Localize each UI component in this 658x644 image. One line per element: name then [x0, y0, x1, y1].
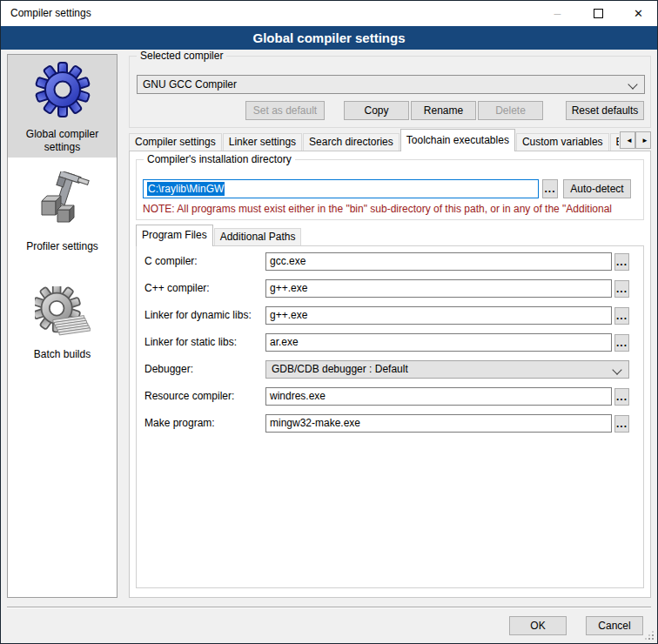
tab-additional-paths[interactable]: Additional Paths [214, 228, 302, 246]
copy-button[interactable]: Copy [344, 101, 409, 120]
resource-compiler-browse-button[interactable]: ... [614, 388, 629, 406]
sidebar-item-batch-builds[interactable]: Batch builds [8, 286, 117, 361]
resize-grip[interactable] [652, 638, 654, 640]
tab-build-options[interactable]: Build options [610, 133, 619, 151]
installation-note: NOTE: All programs must exist either in … [143, 203, 641, 215]
make-program-browse-button[interactable]: ... [614, 415, 629, 433]
make-program-label: Make program: [144, 414, 215, 433]
cpp-compiler-browse-button[interactable]: ... [614, 280, 629, 298]
program-files-panel: C compiler: gcc.exe ... C++ compiler: g+… [136, 245, 644, 588]
caliper-icon [35, 171, 91, 227]
linker-dynamic-input[interactable]: g++.exe [265, 306, 612, 325]
tab-custom-variables[interactable]: Custom variables [516, 133, 609, 151]
c-compiler-label: C compiler: [144, 252, 198, 271]
toolchain-executables-page: Compiler's installation directory C:\ray… [129, 151, 651, 598]
installation-directory-browse-button[interactable]: ... [542, 179, 558, 198]
tab-linker-settings[interactable]: Linker settings [223, 133, 302, 151]
selected-compiler-group: Selected compiler GNU GCC Compiler Set a… [129, 56, 651, 128]
sidebar-item-label: Batch builds [14, 348, 111, 361]
debugger-select[interactable]: GDB/CDB debugger : Default [265, 360, 629, 379]
titlebar[interactable]: Compiler settings – ✕ [1, 1, 657, 26]
installation-directory-input[interactable]: C:\raylib\MinGW [143, 179, 539, 198]
tab-program-files[interactable]: Program Files [136, 225, 213, 246]
installation-directory-group-title: Compiler's installation directory [144, 153, 295, 165]
set-as-default-button[interactable]: Set as default [245, 101, 325, 120]
footer-divider [7, 607, 651, 608]
debugger-value: GDB/CDB debugger : Default [272, 363, 408, 375]
c-compiler-input[interactable]: gcc.exe [265, 252, 612, 271]
linker-static-browse-button[interactable]: ... [614, 334, 629, 352]
cpp-compiler-label: C++ compiler: [144, 279, 210, 298]
ok-button[interactable]: OK [509, 616, 567, 635]
gray-gear-stack-icon [35, 286, 91, 342]
window-title: Compiler settings [10, 1, 91, 26]
compiler-select[interactable]: GNU GCC Compiler [137, 75, 645, 94]
tab-scroll-left-button[interactable]: ◄ [620, 131, 635, 149]
installation-directory-group: Compiler's installation directory C:\ray… [136, 159, 644, 220]
installation-directory-value: C:\raylib\MinGW [147, 182, 225, 196]
sidebar-item-label: Global compiler settings [14, 128, 111, 154]
minimize-icon: – [554, 6, 561, 20]
cpp-compiler-input[interactable]: g++.exe [265, 279, 612, 298]
cpp-compiler-value: g++.exe [270, 282, 307, 294]
arrow-right-icon: ► [641, 137, 648, 144]
linker-static-input[interactable]: ar.exe [265, 333, 612, 352]
program-tabstrip: Program Files Additional Paths [136, 225, 644, 246]
compiler-settings-dialog: Compiler settings – ✕ Global compiler se… [0, 0, 658, 644]
tab-search-directories[interactable]: Search directories [303, 133, 400, 151]
compiler-select-value: GNU GCC Compiler [143, 78, 237, 91]
sidebar-item-profiler-settings[interactable]: Profiler settings [8, 171, 117, 253]
resource-compiler-input[interactable]: windres.exe [265, 387, 612, 406]
page-title: Global compiler settings [1, 26, 657, 50]
c-compiler-browse-button[interactable]: ... [614, 253, 629, 271]
settings-tabstrip: Compiler settings Linker settings Search… [129, 129, 619, 151]
make-program-value: mingw32-make.exe [270, 417, 360, 429]
linker-dynamic-label: Linker for dynamic libs: [144, 306, 252, 325]
tab-compiler-settings[interactable]: Compiler settings [129, 133, 222, 151]
maximize-icon [594, 9, 603, 18]
reset-defaults-button[interactable]: Reset defaults [566, 101, 644, 120]
resource-compiler-value: windres.exe [270, 390, 326, 402]
c-compiler-value: gcc.exe [270, 255, 306, 267]
linker-dynamic-browse-button[interactable]: ... [614, 307, 629, 325]
auto-detect-button[interactable]: Auto-detect [563, 179, 631, 198]
resource-compiler-label: Resource compiler: [144, 387, 234, 406]
chevron-down-icon [628, 79, 637, 89]
close-icon: ✕ [634, 7, 643, 20]
selected-compiler-group-title: Selected compiler [137, 50, 226, 62]
linker-dynamic-value: g++.exe [270, 309, 307, 321]
sidebar-item-label: Profiler settings [14, 240, 111, 253]
delete-button[interactable]: Delete [478, 101, 543, 120]
settings-sidebar: Global compiler settings [7, 54, 118, 598]
sidebar-item-global-compiler-settings[interactable]: Global compiler settings [8, 55, 117, 158]
chevron-down-icon [612, 365, 621, 374]
cancel-button[interactable]: Cancel [586, 616, 643, 635]
tab-scroll-right-button[interactable]: ► [635, 131, 651, 149]
tab-toolchain-executables[interactable]: Toolchain executables [400, 129, 515, 151]
linker-static-label: Linker for static libs: [144, 333, 237, 352]
minimize-button[interactable]: – [538, 1, 577, 26]
rename-button[interactable]: Rename [411, 101, 476, 120]
linker-static-value: ar.exe [270, 336, 299, 348]
close-button[interactable]: ✕ [619, 1, 658, 26]
make-program-input[interactable]: mingw32-make.exe [265, 414, 612, 433]
maximize-button[interactable] [579, 1, 618, 26]
debugger-label: Debugger: [144, 360, 193, 379]
arrow-left-icon: ◄ [626, 137, 633, 144]
blue-gear-icon [35, 55, 91, 117]
